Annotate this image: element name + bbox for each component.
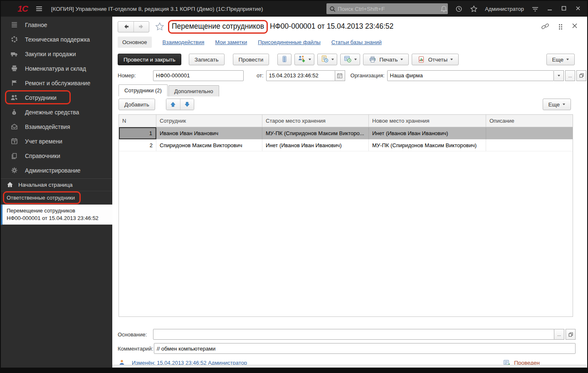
table-row[interactable]: 2 Спиридонов Максим Викторович Инет (Ива… [119, 139, 573, 151]
col-header-n[interactable]: N [119, 115, 156, 127]
events-button[interactable] [340, 54, 360, 65]
current-user[interactable]: Администратор [485, 6, 524, 12]
cell-employee[interactable]: Иванов Иван Иванович [156, 127, 262, 139]
structure-icon [281, 55, 288, 64]
sidebar-item-purchases-sales[interactable]: Закупки и продажи [1, 47, 112, 61]
dropdown-caret [400, 59, 403, 60]
sidebar-item-time-tracking[interactable]: Учет времени [1, 134, 112, 148]
search-input[interactable] [338, 6, 445, 12]
document-structure-button[interactable] [277, 54, 292, 65]
close-window-button[interactable] [573, 5, 583, 12]
cell-description[interactable] [486, 127, 573, 139]
create-based-on-button[interactable] [294, 54, 314, 65]
col-header-employee[interactable]: Сотрудник [156, 115, 262, 127]
tab-label: Ответственные сотрудники [7, 195, 75, 201]
cell-n[interactable]: 1 [119, 127, 156, 139]
tab-additional[interactable]: Дополнительно [168, 85, 219, 96]
more-menu-icon[interactable] [559, 24, 562, 30]
print-button[interactable]: Печать [363, 54, 409, 65]
cell-employee[interactable]: Спиридонов Максим Викторович [156, 139, 262, 151]
basis-field[interactable] [153, 329, 554, 340]
cell-n[interactable]: 2 [119, 139, 156, 151]
organization-dropdown-button[interactable] [554, 70, 564, 81]
basis-open-button[interactable] [566, 329, 576, 340]
back-button[interactable] [118, 22, 133, 32]
nav-attached-files[interactable]: Присоединенные файлы [258, 39, 321, 45]
window-bottom-frame [1, 368, 587, 372]
date-field[interactable] [266, 70, 335, 81]
calendar-icon [10, 137, 18, 146]
form-more-button[interactable]: Еще [546, 54, 575, 65]
cell-old-location[interactable]: МУ-ПК (Спиридонов Максим Викторо... [262, 127, 369, 139]
sidebar-item-administration[interactable]: Администрирование [1, 163, 112, 178]
nav-interactions[interactable]: Взаимодействия [163, 39, 205, 45]
print-label: Печать [379, 57, 398, 63]
tab-employees[interactable]: Сотрудники (2) [119, 84, 168, 96]
service-menu-icon[interactable] [530, 3, 541, 14]
calendar-picker-button[interactable] [335, 70, 345, 81]
nav-my-notes[interactable]: Мои заметки [215, 39, 247, 45]
nav-kb-articles[interactable]: Статьи базы знаний [331, 39, 382, 45]
list-clock-icon [343, 55, 351, 64]
cell-new-location[interactable]: МУ-ПК (Спиридонов Максим Викторович) [369, 139, 486, 151]
table-row[interactable]: 1 Иванов Иван Иванович МУ-ПК (Спиридонов… [119, 127, 573, 139]
cell-old-location[interactable]: Инет (Иванов Иван Иванович) [262, 139, 369, 151]
home-page-tab[interactable]: Начальная страница [1, 179, 112, 191]
tasks-button[interactable] [317, 54, 337, 65]
move-row-down-button[interactable] [180, 99, 194, 110]
sidebar-item-interactions[interactable]: Взаимодействия [1, 119, 112, 134]
basis-choose-button[interactable]: ... [554, 329, 564, 340]
favorites-star-icon[interactable] [468, 3, 479, 14]
col-header-description[interactable]: Описание [486, 115, 573, 127]
date-field-group [266, 70, 345, 81]
sidebar-item-repair-service[interactable]: Ремонт и обслуживание [1, 76, 112, 90]
comment-row: Комментарий: [112, 343, 586, 354]
save-button[interactable]: Записать [189, 54, 225, 65]
sidebar-item-catalogs[interactable]: Справочники [1, 148, 112, 163]
close-form-button[interactable] [571, 22, 578, 31]
post-and-close-button[interactable]: Провести и закрыть [118, 54, 181, 65]
list-icon [10, 21, 18, 29]
sidebar-item-employees[interactable]: Сотрудники [1, 90, 112, 105]
post-button[interactable]: Провести [233, 54, 269, 65]
favorite-star-icon[interactable] [155, 22, 165, 32]
sidebar-item-inventory-warehouse[interactable]: Номенклатура и склад [1, 61, 112, 76]
organization-choose-button[interactable]: ... [565, 70, 575, 81]
reports-button[interactable]: Отчеты [412, 54, 459, 65]
dropdown-caret [450, 59, 453, 60]
more-label: Еще [552, 57, 563, 63]
notifications-bell-icon[interactable] [438, 3, 449, 14]
comment-field[interactable] [154, 343, 576, 354]
status-strip [112, 365, 586, 368]
sidebar-item-money[interactable]: Денежные средства [1, 105, 112, 119]
books-icon [10, 152, 18, 160]
organization-field[interactable] [387, 70, 554, 81]
grid-more-button[interactable]: Еще [543, 99, 571, 110]
sidebar-item-label: Сотрудники [25, 94, 57, 101]
get-link-icon[interactable] [541, 22, 550, 32]
nav-main[interactable]: Основное [118, 37, 152, 48]
comment-label: Комментарий: [118, 346, 154, 352]
number-field[interactable] [153, 70, 244, 81]
col-header-old-location[interactable]: Старое место хранения [262, 115, 369, 127]
page-tabs: Сотрудники (2) Дополнительно [112, 84, 586, 96]
global-search[interactable] [326, 3, 448, 14]
minimize-button[interactable] [545, 5, 555, 12]
forward-button[interactable] [133, 22, 149, 32]
cell-description[interactable] [486, 139, 573, 151]
hamburger-menu-icon[interactable] [34, 3, 44, 14]
tab-responsible-employees[interactable]: Ответственные сотрудники [1, 191, 112, 205]
employees-table: N Сотрудник Старое место хранения Новое … [119, 114, 573, 317]
1c-logo: 1С [17, 4, 28, 14]
move-row-up-button[interactable] [166, 99, 180, 110]
sidebar-item-main[interactable]: Главное [1, 17, 112, 32]
add-row-button[interactable]: Добавить [119, 99, 155, 110]
sidebar-item-label: Техническая поддержка [25, 36, 90, 43]
organization-open-button[interactable] [576, 70, 586, 81]
maximize-button[interactable] [559, 5, 569, 12]
tab-employee-movement-active[interactable]: Перемещение сотрудников НФ00-000001 от 1… [1, 205, 112, 225]
cell-new-location[interactable]: Инет (Иванов Иван Иванович) [369, 127, 486, 139]
sidebar-item-tech-support[interactable]: Техническая поддержка [1, 32, 112, 47]
col-header-new-location[interactable]: Новое место хранения [369, 115, 486, 127]
history-icon[interactable] [453, 3, 464, 14]
